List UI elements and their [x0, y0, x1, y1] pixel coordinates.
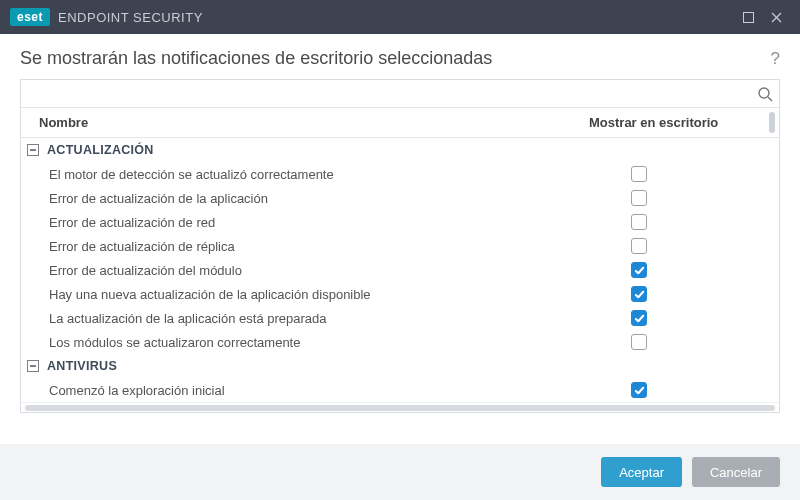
group-row[interactable]: ANTIVIRUS	[21, 354, 779, 378]
item-label: El motor de detección se actualizó corre…	[21, 167, 589, 182]
footer: Aceptar Cancelar	[0, 444, 800, 500]
show-on-desktop-checkbox[interactable]	[631, 382, 647, 398]
svg-line-4	[768, 97, 772, 101]
show-on-desktop-checkbox[interactable]	[631, 286, 647, 302]
group-row[interactable]: ACTUALIZACIÓN	[21, 138, 779, 162]
search-row	[21, 80, 779, 108]
search-icon[interactable]	[757, 86, 773, 102]
item-checkbox-cell	[589, 334, 779, 350]
item-checkbox-cell	[589, 190, 779, 206]
accept-button[interactable]: Aceptar	[601, 457, 682, 487]
show-on-desktop-checkbox[interactable]	[631, 214, 647, 230]
table-body: ACTUALIZACIÓNEl motor de detección se ac…	[21, 138, 779, 402]
show-on-desktop-checkbox[interactable]	[631, 166, 647, 182]
svg-point-3	[759, 88, 769, 98]
horizontal-scrollbar[interactable]	[21, 402, 779, 412]
item-checkbox-cell	[589, 262, 779, 278]
show-on-desktop-checkbox[interactable]	[631, 334, 647, 350]
group-label: ANTIVIRUS	[47, 359, 117, 373]
svg-rect-0	[743, 12, 753, 22]
table-row: La actualización de la aplicación está p…	[21, 306, 779, 330]
item-label: Los módulos se actualizaron correctament…	[21, 335, 589, 350]
table-row: Error de actualización de réplica	[21, 234, 779, 258]
item-label: Error de actualización del módulo	[21, 263, 589, 278]
show-on-desktop-checkbox[interactable]	[631, 238, 647, 254]
table-row: Error de actualización de red	[21, 210, 779, 234]
item-checkbox-cell	[589, 166, 779, 182]
page-header: Se mostrarán las notificaciones de escri…	[0, 34, 800, 79]
item-checkbox-cell	[589, 286, 779, 302]
table-row: Error de actualización del módulo	[21, 258, 779, 282]
table-header: Nombre Mostrar en escritorio	[21, 108, 779, 138]
item-checkbox-cell	[589, 310, 779, 326]
item-label: Comenzó la exploración inicial	[21, 383, 589, 398]
vertical-scrollbar[interactable]	[769, 112, 775, 133]
close-icon	[771, 12, 782, 23]
search-input[interactable]	[31, 82, 757, 106]
collapse-icon[interactable]	[27, 144, 39, 156]
item-checkbox-cell	[589, 238, 779, 254]
minimize-button[interactable]	[734, 0, 762, 34]
item-label: Error de actualización de red	[21, 215, 589, 230]
table-row: El motor de detección se actualizó corre…	[21, 162, 779, 186]
minimize-icon	[743, 12, 754, 23]
show-on-desktop-checkbox[interactable]	[631, 262, 647, 278]
titlebar: eset ENDPOINT SECURITY	[0, 0, 800, 34]
item-label: Error de actualización de réplica	[21, 239, 589, 254]
column-header-show[interactable]: Mostrar en escritorio	[589, 115, 779, 130]
horizontal-scrollbar-thumb[interactable]	[25, 405, 775, 411]
column-header-name[interactable]: Nombre	[21, 115, 589, 130]
group-label: ACTUALIZACIÓN	[47, 143, 154, 157]
item-checkbox-cell	[589, 382, 779, 398]
table-row: Los módulos se actualizaron correctament…	[21, 330, 779, 354]
notifications-panel: Nombre Mostrar en escritorio ACTUALIZACI…	[20, 79, 780, 413]
brand-title: ENDPOINT SECURITY	[58, 10, 203, 25]
brand-badge: eset	[10, 8, 50, 26]
item-checkbox-cell	[589, 214, 779, 230]
cancel-button[interactable]: Cancelar	[692, 457, 780, 487]
table-row: Hay una nueva actualización de la aplica…	[21, 282, 779, 306]
table-row: Error de actualización de la aplicación	[21, 186, 779, 210]
item-label: Hay una nueva actualización de la aplica…	[21, 287, 589, 302]
help-icon[interactable]: ?	[771, 49, 780, 69]
show-on-desktop-checkbox[interactable]	[631, 190, 647, 206]
item-label: La actualización de la aplicación está p…	[21, 311, 589, 326]
collapse-icon[interactable]	[27, 360, 39, 372]
close-button[interactable]	[762, 0, 790, 34]
table-row: Comenzó la exploración inicial	[21, 378, 779, 402]
page-title: Se mostrarán las notificaciones de escri…	[20, 48, 492, 69]
show-on-desktop-checkbox[interactable]	[631, 310, 647, 326]
item-label: Error de actualización de la aplicación	[21, 191, 589, 206]
